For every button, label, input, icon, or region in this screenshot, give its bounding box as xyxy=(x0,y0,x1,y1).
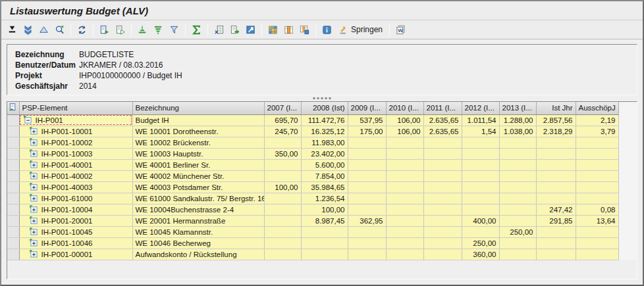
value-cell-y2011[interactable]: 2.635,65 xyxy=(423,126,462,137)
value-cell-y2013[interactable] xyxy=(499,159,536,170)
refresh-button[interactable] xyxy=(74,22,90,37)
expand-node-toggle[interactable] xyxy=(29,204,39,214)
value-cell-y2011[interactable] xyxy=(423,137,462,148)
bezeichnung-cell[interactable]: WE 20001 Hermannstraße xyxy=(132,215,264,226)
row-selector-cell[interactable] xyxy=(7,249,19,260)
value-cell-y2009[interactable] xyxy=(348,181,386,193)
value-cell-ist_jhr[interactable]: 2.318,29 xyxy=(536,126,576,137)
value-cell-y2012[interactable]: 1,54 xyxy=(462,126,499,137)
sort-descending-button[interactable] xyxy=(151,22,166,37)
value-cell-y2011[interactable] xyxy=(423,204,462,215)
save-layout-button[interactable] xyxy=(297,22,312,37)
value-cell-ausschoepj[interactable] xyxy=(576,159,618,170)
value-cell-ist_jhr[interactable]: 247,42 xyxy=(536,204,576,215)
value-cell-ausschoepj[interactable] xyxy=(576,226,618,237)
splitter-handle[interactable] xyxy=(7,95,637,101)
expand-node-toggle[interactable] xyxy=(29,182,39,192)
word-export-button[interactable]: W xyxy=(393,22,408,37)
value-cell-y2012[interactable] xyxy=(462,159,499,170)
value-cell-ausschoepj[interactable] xyxy=(576,181,618,193)
expand-node-toggle[interactable] xyxy=(29,160,39,170)
expand-all-button[interactable] xyxy=(20,22,36,37)
value-cell-ist_jhr[interactable] xyxy=(536,237,576,249)
value-cell-y2012[interactable] xyxy=(462,137,499,148)
value-cell-y2009[interactable] xyxy=(348,159,386,170)
value-cell-y2012[interactable]: 360,00 xyxy=(462,249,499,260)
value-cell-ausschoepj[interactable] xyxy=(576,193,618,204)
value-cell-y2010[interactable] xyxy=(386,204,423,215)
value-cell-y2013[interactable] xyxy=(499,181,536,193)
expand-node-toggle[interactable] xyxy=(29,249,39,259)
column-header-y2013[interactable]: 2013 (I... xyxy=(499,102,536,114)
scroll-to-bottom-button[interactable] xyxy=(5,22,20,37)
value-cell-ausschoepj[interactable]: 3,79 xyxy=(576,126,618,137)
value-cell-ausschoepj[interactable] xyxy=(576,170,618,181)
psp-cell[interactable]: IH-P001-10004 xyxy=(19,204,132,215)
bezeichnung-cell[interactable]: WE 10002 Brückenstr. xyxy=(132,137,264,148)
value-cell-ist_jhr[interactable]: 2.857,56 xyxy=(536,114,576,126)
value-cell-y2007[interactable] xyxy=(264,237,301,249)
value-cell-y2009[interactable] xyxy=(348,148,386,159)
value-cell-y2011[interactable] xyxy=(423,226,462,237)
value-cell-y2009[interactable]: 175,00 xyxy=(348,126,386,137)
detail-button[interactable] xyxy=(97,22,112,37)
value-cell-ist_jhr[interactable] xyxy=(536,159,576,170)
value-cell-y2012[interactable] xyxy=(462,148,499,159)
value-cell-y2008[interactable] xyxy=(301,249,348,260)
value-cell-y2010[interactable] xyxy=(386,159,423,170)
bezeichnung-cell[interactable]: WE 10045 Klamannstr. xyxy=(132,226,264,237)
value-cell-y2011[interactable] xyxy=(423,193,462,204)
value-cell-y2007[interactable] xyxy=(264,204,301,215)
value-cell-y2012[interactable]: 400,00 xyxy=(462,215,499,226)
value-cell-ist_jhr[interactable] xyxy=(536,226,576,237)
value-cell-y2012[interactable] xyxy=(462,204,499,215)
value-cell-y2007[interactable] xyxy=(264,226,301,237)
bezeichnung-cell[interactable]: WE 40003 Potsdamer Str. xyxy=(132,181,264,193)
psp-cell[interactable]: IH-P001-00001 xyxy=(19,249,132,260)
value-cell-y2012[interactable] xyxy=(462,226,499,237)
value-cell-y2008[interactable]: 11.983,00 xyxy=(301,137,348,148)
search-button[interactable] xyxy=(52,22,67,37)
value-cell-y2008[interactable]: 8.987,45 xyxy=(301,215,348,226)
column-header-y2012[interactable]: 2012 (I... xyxy=(462,102,499,114)
value-cell-y2010[interactable] xyxy=(386,181,423,193)
psp-cell[interactable]: IH-P001-10046 xyxy=(19,237,132,249)
sort-ascending-button[interactable] xyxy=(135,22,150,37)
value-cell-y2009[interactable] xyxy=(348,249,386,260)
row-selector-cell[interactable] xyxy=(7,226,19,237)
bezeichnung-cell[interactable]: WE 40002 Münchener Str. xyxy=(132,170,264,181)
row-selector-cell[interactable] xyxy=(7,148,19,159)
column-header-bezeichnung[interactable]: Bezeichnung xyxy=(132,102,264,114)
value-cell-y2008[interactable]: 1.236,54 xyxy=(301,193,348,204)
bezeichnung-cell[interactable]: WE 10004Buchenstrasse 2-4 xyxy=(132,204,264,215)
row-selector-cell[interactable] xyxy=(7,181,19,193)
value-cell-y2010[interactable] xyxy=(386,170,423,181)
value-cell-ist_jhr[interactable] xyxy=(536,249,576,260)
value-cell-ist_jhr[interactable] xyxy=(536,170,576,181)
choose-layout-button[interactable] xyxy=(265,22,281,37)
detail-alt-button[interactable] xyxy=(113,22,128,37)
value-cell-y2008[interactable]: 23.402,00 xyxy=(301,148,348,159)
value-cell-y2013[interactable] xyxy=(499,170,536,181)
value-cell-y2008[interactable]: 5.600,00 xyxy=(301,159,348,170)
value-cell-ausschoepj[interactable] xyxy=(576,249,618,260)
value-cell-y2007[interactable] xyxy=(264,159,301,170)
value-cell-y2007[interactable]: 245,70 xyxy=(264,126,301,137)
value-cell-ist_jhr[interactable]: 291,85 xyxy=(536,215,576,226)
value-cell-y2013[interactable] xyxy=(499,193,536,204)
expand-node-toggle[interactable] xyxy=(29,171,39,181)
value-cell-y2007[interactable]: 100,00 xyxy=(264,181,301,193)
export-file-button[interactable] xyxy=(227,22,242,37)
bezeichnung-cell[interactable]: Aufwandskonto / Rückstellung xyxy=(132,249,264,260)
expand-node-toggle[interactable] xyxy=(29,238,39,248)
value-cell-y2007[interactable] xyxy=(264,249,301,260)
value-cell-y2010[interactable] xyxy=(386,215,423,226)
column-header-y2011[interactable]: 2011 (I... xyxy=(423,102,462,114)
collapse-node-toggle[interactable] xyxy=(23,115,33,125)
column-header-selector[interactable] xyxy=(7,102,19,114)
value-cell-y2008[interactable]: 111.472,76 xyxy=(301,114,348,126)
value-cell-y2010[interactable] xyxy=(386,193,423,204)
value-cell-y2013[interactable]: 1.288,00 xyxy=(499,114,536,126)
value-cell-y2011[interactable]: 2.635,65 xyxy=(423,114,462,126)
value-cell-y2010[interactable] xyxy=(386,237,423,249)
